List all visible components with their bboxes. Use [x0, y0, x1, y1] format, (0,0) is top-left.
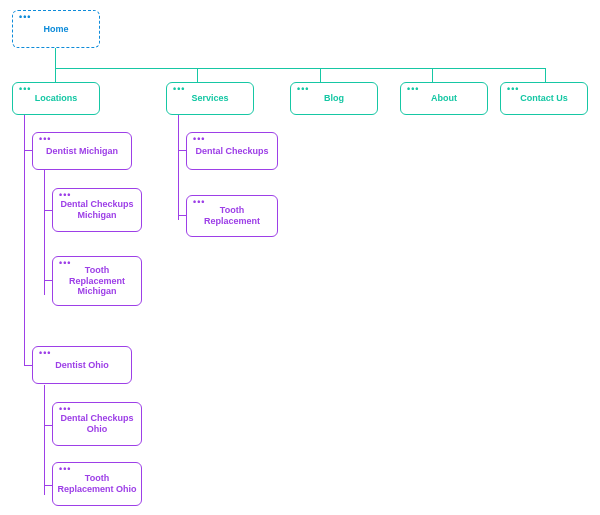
node-label: Dentist Michigan: [46, 146, 118, 157]
node-label: Home: [43, 24, 68, 35]
drag-dots-icon: •••: [407, 85, 419, 94]
connector: [320, 68, 321, 82]
node-blog[interactable]: ••• Blog: [290, 82, 378, 115]
drag-dots-icon: •••: [19, 13, 31, 22]
node-label: Dentist Ohio: [55, 360, 109, 371]
connector: [24, 150, 32, 151]
drag-dots-icon: •••: [297, 85, 309, 94]
drag-dots-icon: •••: [193, 198, 205, 207]
node-dental-checkups-michigan[interactable]: ••• Dental Checkups Michigan: [52, 188, 142, 232]
connector: [44, 425, 52, 426]
node-dental-checkups[interactable]: ••• Dental Checkups: [186, 132, 278, 170]
connector: [178, 150, 186, 151]
drag-dots-icon: •••: [59, 465, 71, 474]
node-label: Tooth Replacement Ohio: [57, 473, 137, 495]
node-tooth-replacement-michigan[interactable]: ••• Tooth Replacement Michigan: [52, 256, 142, 306]
drag-dots-icon: •••: [173, 85, 185, 94]
connector: [178, 215, 186, 216]
node-dentist-michigan[interactable]: ••• Dentist Michigan: [32, 132, 132, 170]
connector: [24, 365, 32, 366]
node-contact-us[interactable]: ••• Contact Us: [500, 82, 588, 115]
node-label: Services: [191, 93, 228, 104]
node-label: Locations: [35, 93, 78, 104]
drag-dots-icon: •••: [39, 349, 51, 358]
node-dental-checkups-ohio[interactable]: ••• Dental Checkups Ohio: [52, 402, 142, 446]
drag-dots-icon: •••: [59, 191, 71, 200]
node-label: Contact Us: [520, 93, 568, 104]
connector: [44, 170, 45, 295]
node-about[interactable]: ••• About: [400, 82, 488, 115]
node-label: Tooth Replacement: [191, 205, 273, 227]
node-home[interactable]: ••• Home: [12, 10, 100, 48]
node-label: About: [431, 93, 457, 104]
node-label: Dental Checkups: [195, 146, 268, 157]
sitemap-diagram: ••• Home ••• Locations ••• Services ••• …: [0, 0, 600, 515]
drag-dots-icon: •••: [193, 135, 205, 144]
connector: [55, 68, 545, 69]
node-services[interactable]: ••• Services: [166, 82, 254, 115]
connector: [44, 210, 52, 211]
node-label: Tooth Replacement Michigan: [57, 265, 137, 297]
drag-dots-icon: •••: [59, 259, 71, 268]
node-label: Blog: [324, 93, 344, 104]
node-label: Dental Checkups Michigan: [57, 199, 137, 221]
node-tooth-replacement-ohio[interactable]: ••• Tooth Replacement Ohio: [52, 462, 142, 506]
drag-dots-icon: •••: [507, 85, 519, 94]
node-label: Dental Checkups Ohio: [57, 413, 137, 435]
connector: [432, 68, 433, 82]
node-dentist-ohio[interactable]: ••• Dentist Ohio: [32, 346, 132, 384]
connector: [24, 115, 25, 365]
drag-dots-icon: •••: [19, 85, 31, 94]
connector: [545, 68, 546, 82]
connector: [44, 280, 52, 281]
connector: [55, 48, 56, 68]
connector: [197, 68, 198, 82]
node-tooth-replacement[interactable]: ••• Tooth Replacement: [186, 195, 278, 237]
drag-dots-icon: •••: [39, 135, 51, 144]
connector: [44, 385, 45, 495]
drag-dots-icon: •••: [59, 405, 71, 414]
connector: [44, 485, 52, 486]
connector: [178, 115, 179, 220]
connector: [55, 68, 56, 82]
node-locations[interactable]: ••• Locations: [12, 82, 100, 115]
